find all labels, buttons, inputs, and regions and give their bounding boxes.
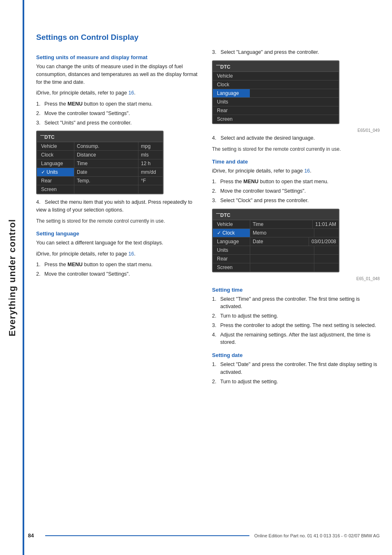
page-title: Settings on Control Display	[36, 33, 380, 42]
dtc-clock-value-time-label: Time	[250, 220, 312, 228]
dtc-lang-row-vehicle: Vehicle	[213, 72, 339, 81]
dtc-clock-row-units: Units	[213, 246, 339, 255]
dtc-clock-label-rear: Rear	[213, 255, 250, 263]
dtc-value-mls: mls	[138, 151, 163, 159]
dtc-clock-label-language: Language	[213, 237, 250, 246]
dtc-value-time: Time	[74, 159, 138, 168]
footer-text: Online Edition for Part no. 01 41 0 013 …	[254, 533, 380, 538]
dtc-clock-row-vehicle: Vehicle Time 11:01 AM	[213, 220, 339, 229]
dtc-lang-label-language-selected: Language	[213, 89, 250, 97]
dtc-header-clock: —DTC	[213, 210, 339, 220]
dtc-clock-value-memo-label: Memo	[250, 229, 314, 237]
dtc-clock-value-empty4	[314, 255, 339, 263]
dtc-lang-label-clock: Clock	[213, 81, 250, 89]
units-body-text: You can change the units of measure used…	[36, 63, 204, 86]
dtc-lang-row-units: Units	[213, 98, 339, 106]
dtc-clock-value-empty1	[250, 246, 314, 254]
setting-time-step-2: 2. Turn to adjust the setting.	[212, 312, 380, 320]
units-idrive-ref: iDrive, for principle details, refer to …	[36, 89, 204, 97]
time-date-idrive-ref: iDrive, for principle details, refer to …	[212, 167, 380, 175]
time-step-2: 2. Move the controller toward "Settings"…	[212, 187, 380, 195]
dtc-value-distance: Distance	[74, 151, 138, 159]
dtc-lang-label-screen: Screen	[213, 115, 250, 123]
dtc-value-fahrenheit: °F	[138, 177, 163, 185]
menu-bold-1: MENU	[67, 101, 83, 107]
menu-bold-3: MENU	[243, 179, 258, 184]
dtc-clock-row-language: Language Date 03/01/2008	[213, 237, 339, 246]
dtc-value-empty1	[74, 185, 138, 193]
right-step3-language: 3. Select "Language" and press the contr…	[212, 48, 380, 56]
language-steps-list: 1. Press the MENU button to open the sta…	[36, 261, 204, 278]
dtc-value-empty2	[138, 185, 163, 193]
section-header-language: Setting language	[36, 230, 204, 237]
idrive-link[interactable]: 16	[128, 90, 134, 96]
sidebar-accent	[23, 0, 24, 555]
idrive-text-lang: iDrive, for principle details, refer to …	[36, 251, 128, 257]
dtc-screen-clock: —DTC Vehicle Time 11:01 AM ✓ Clock Memo …	[212, 209, 339, 272]
units-step4: 4. Select the menu item that you wish to…	[36, 198, 204, 214]
right-column: 3. Select "Language" and press the contr…	[212, 48, 380, 389]
setting-time-step-1: 1. Select "Time" and press the controlle…	[212, 295, 380, 311]
dtc-label-clock: Clock	[37, 151, 74, 159]
units-step-2: 2. Move the controller toward "Settings"…	[36, 110, 204, 117]
units-steps-list: 1. Press the MENU button to open the sta…	[36, 100, 204, 127]
dtc-header-language: —DTC	[213, 61, 339, 72]
dtc-value-mpg: mpg	[138, 142, 163, 150]
right-step4-language: 4. Select and activate the desired langu…	[212, 134, 380, 142]
footer-line	[45, 535, 249, 536]
units-note: The setting is stored for the remote con…	[36, 217, 204, 225]
dtc-value-temp: Temp.	[74, 177, 138, 185]
time-step-3: 3. Select "Clock" and press the controll…	[212, 197, 380, 205]
section-header-setting-time: Setting time	[212, 287, 380, 293]
idrive-text: iDrive, for principle details, refer to …	[36, 90, 128, 96]
image-note-2: E65_01_048	[212, 276, 380, 281]
dtc-lang-row-language: Language	[213, 89, 339, 98]
dtc-clock-value-date-label: Date	[250, 237, 309, 246]
dtc-clock-value-empty2	[314, 246, 339, 254]
language-body: You can select a different language for …	[36, 239, 204, 247]
dtc-lang-label-units: Units	[213, 98, 250, 106]
menu-bold-2: MENU	[67, 262, 83, 267]
dtc-header-units: —DTC	[37, 131, 163, 142]
section-header-units: Setting units of measure and display for…	[36, 54, 204, 60]
sidebar-label: Everything under control	[7, 219, 18, 336]
dtc-clock-label-clock-selected: ✓ Clock	[213, 229, 250, 237]
dtc-screen-units: —DTC Vehicle Consump. mpg Clock Distance…	[36, 131, 164, 194]
dtc-lang-label-vehicle: Vehicle	[213, 72, 250, 80]
dtc-lang-row-rear: Rear	[213, 106, 339, 115]
setting-date-step-2: 2. Turn to adjust the setting.	[212, 378, 380, 386]
dtc-clock-label-screen: Screen	[213, 263, 250, 272]
dtc-value-12h: 12 h	[138, 159, 163, 168]
page-footer: 84 Online Edition for Part no. 01 41 0 0…	[28, 532, 380, 539]
idrive-link-lang[interactable]: 16	[128, 251, 134, 257]
sidebar: Everything under control	[0, 0, 25, 555]
units-step-3: 3. Select "Units" and press the controll…	[36, 119, 204, 127]
setting-time-step-4: 4. Adjust the remaining settings. After …	[212, 331, 380, 347]
dtc-lang-row-clock: Clock	[213, 81, 339, 89]
dtc-lang-label-rear: Rear	[213, 106, 250, 115]
time-date-steps: 1. Press the MENU button to open the sta…	[212, 178, 380, 204]
dtc-row-language: Language Time 12 h	[37, 159, 163, 168]
dtc-row-screen: Screen	[37, 185, 163, 193]
dtc-clock-row-screen: Screen	[213, 263, 339, 272]
dtc-label-screen: Screen	[37, 185, 74, 193]
idrive-link-time[interactable]: 16	[304, 168, 310, 174]
dtc-clock-value-time-val: 11:01 AM	[312, 220, 339, 228]
setting-time-steps: 1. Select "Time" and press the controlle…	[212, 295, 380, 347]
dtc-label-language: Language	[37, 159, 74, 168]
page-number: 84	[28, 532, 40, 539]
dtc-clock-label-vehicle: Vehicle	[213, 220, 250, 228]
dtc-value-mmdd: mm/dd	[138, 168, 163, 176]
two-column-layout: Setting units of measure and display for…	[36, 48, 380, 389]
units-step-1: 1. Press the MENU button to open the sta…	[36, 100, 204, 108]
language-step-1: 1. Press the MENU button to open the sta…	[36, 261, 204, 269]
dtc-row-rear: Rear Temp. °F	[37, 177, 163, 185]
dtc-row-vehicle: Vehicle Consump. mpg	[37, 142, 163, 151]
time-step-1: 1. Press the MENU button to open the sta…	[212, 178, 380, 186]
setting-time-step-3: 3. Press the controller to adopt the set…	[212, 322, 380, 329]
dtc-clock-row-clock: ✓ Clock Memo	[213, 229, 339, 237]
right-language-note: The setting is stored for the remote con…	[212, 145, 380, 153]
dtc-clock-label-units: Units	[213, 246, 250, 254]
language-step-2: 2. Move the controller toward "Settings"…	[36, 270, 204, 278]
setting-date-steps: 1. Select "Date" and press the controlle…	[212, 361, 380, 385]
